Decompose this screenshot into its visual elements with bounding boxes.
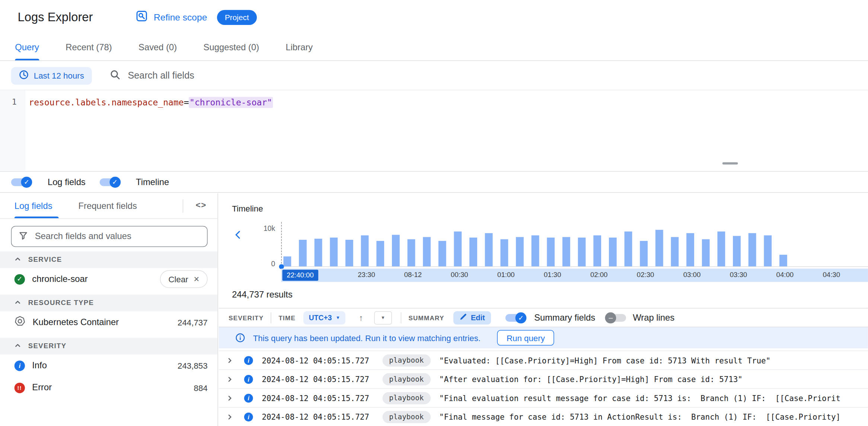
log-entry-row[interactable]: i 2024-08-12 04:05:15.727 playbook "Afte…	[218, 369, 868, 388]
selected-time-chip[interactable]: 22:40:00	[282, 270, 318, 281]
chevron-right-icon[interactable]	[226, 413, 235, 420]
log-label-chip[interactable]: playbook	[382, 392, 430, 404]
active-tab-underline	[15, 216, 59, 218]
clear-filter-button[interactable]: Clear ×	[160, 270, 208, 288]
timezone-select[interactable]: UTC+3 ▼	[303, 311, 346, 324]
close-icon: ×	[194, 274, 200, 284]
time-column-header: TIME	[278, 314, 296, 321]
timeline-bar[interactable]	[764, 235, 772, 266]
chevron-right-icon[interactable]	[226, 376, 235, 382]
timeline-bar[interactable]	[485, 233, 493, 266]
timeline-chart[interactable]	[281, 228, 868, 267]
sidebar-search-input[interactable]	[35, 232, 201, 242]
timeline-bar[interactable]	[532, 235, 539, 266]
tab-query[interactable]: Query	[15, 34, 39, 60]
timeline-bar[interactable]	[423, 237, 431, 267]
timeline-bar[interactable]	[779, 255, 787, 266]
list-item-label: Kubernetes Container	[33, 317, 119, 327]
timeline-bar[interactable]	[361, 235, 369, 266]
tab-suggested[interactable]: Suggested (0)	[204, 34, 259, 60]
collapse-panel-icon[interactable]: <>	[196, 200, 207, 209]
timeline-bar[interactable]	[733, 236, 741, 267]
timeline-bar[interactable]	[609, 238, 617, 266]
sidebar-tab-frequent-fields[interactable]: Frequent fields	[78, 201, 137, 211]
timeline-bar[interactable]	[702, 239, 710, 266]
list-item-info[interactable]: i Info 243,853	[0, 355, 217, 376]
chevron-left-icon[interactable]	[233, 230, 243, 242]
timeline-bar[interactable]	[625, 232, 632, 267]
timeline-bar[interactable]	[345, 240, 353, 266]
check-circle-icon: ✓	[15, 274, 25, 284]
wrap-lines-toggle[interactable]: –	[605, 312, 626, 323]
tab-library[interactable]: Library	[285, 34, 313, 60]
timeline-bar[interactable]	[640, 241, 648, 266]
timeline-bar[interactable]	[671, 237, 679, 267]
time-range-button[interactable]: Last 12 hours	[11, 67, 92, 85]
timeline-toggle[interactable]: ✓	[99, 177, 121, 188]
timeline-bar[interactable]	[749, 233, 756, 266]
timeline-bar[interactable]	[562, 237, 570, 267]
log-entry-row[interactable]: i 2024-08-12 04:05:15.727 playbook "Fina…	[218, 407, 868, 426]
timeline-bar[interactable]	[330, 238, 338, 266]
timeline-axis[interactable]: 22:40:00 23:30 08-12 00:30 01:00 01:30 0…	[281, 268, 868, 282]
query-expression[interactable]: resource.labels.namespace_name="chronicl…	[29, 98, 272, 108]
timeline-bar[interactable]	[408, 239, 415, 266]
chevron-right-icon[interactable]	[226, 357, 235, 364]
timeline-bar[interactable]	[392, 235, 400, 267]
sidebar-search-box[interactable]	[11, 226, 208, 247]
timeline-bar[interactable]	[299, 240, 307, 266]
section-header-severity[interactable]: SEVERITY	[0, 338, 217, 355]
y-axis-min-label: 0	[251, 260, 275, 268]
run-query-button[interactable]: Run query	[497, 330, 555, 346]
refine-scope-button[interactable]: Refine scope	[135, 9, 207, 25]
timeline-bar[interactable]	[454, 232, 462, 267]
axis-tick-label: 23:30	[358, 271, 375, 279]
editor-resize-handle[interactable]	[722, 162, 738, 165]
tab-saved[interactable]: Saved (0)	[138, 34, 177, 60]
log-entry-row[interactable]: i 2024-08-12 04:05:15.727 playbook "Fina…	[218, 388, 868, 407]
timeline-bar[interactable]	[315, 239, 322, 266]
info-icon: i	[244, 394, 253, 403]
log-entry-row[interactable]: i 2024-08-12 04:05:15.727 playbook "Eval…	[218, 350, 868, 369]
timeline-bar[interactable]	[717, 232, 725, 267]
timeline-bar[interactable]	[578, 238, 586, 266]
timeline-bar[interactable]	[438, 241, 446, 266]
sidebar-tab-log-fields[interactable]: Log fields	[15, 201, 52, 211]
timeline-bar[interactable]	[655, 230, 663, 266]
edit-summary-button[interactable]: Edit	[453, 311, 491, 324]
list-item-chronicle-soar[interactable]: ✓ chronicle-soar Clear ×	[0, 268, 217, 290]
timeline-bar[interactable]	[469, 238, 477, 266]
section-header-resource-type[interactable]: RESOURCE TYPE	[0, 295, 217, 311]
search-all-fields-input[interactable]	[128, 70, 868, 81]
list-item-kubernetes-container[interactable]: Kubernetes Container 244,737	[0, 311, 217, 333]
timeline-bar[interactable]	[593, 235, 601, 266]
section-title: SEVERITY	[28, 342, 67, 350]
log-fields-toggle[interactable]: ✓	[11, 177, 32, 188]
timeline-bar[interactable]	[516, 237, 524, 267]
timeline-bar[interactable]	[686, 233, 694, 266]
query-editor[interactable]: 1 resource.labels.namespace_name="chroni…	[0, 90, 868, 172]
time-jump-dropdown[interactable]: ▼	[374, 311, 392, 324]
timeline-bar[interactable]	[500, 239, 508, 266]
results-panel: Timeline 10k 0 22:40:00 23:30 08-12 00:3…	[218, 193, 868, 426]
results-count: 244,737 results	[232, 290, 293, 300]
list-item-error[interactable]: !! Error 884	[0, 376, 217, 398]
timeline-bar[interactable]	[283, 257, 291, 267]
log-label-chip[interactable]: playbook	[382, 411, 430, 423]
log-label-chip[interactable]: playbook	[382, 373, 430, 385]
tab-recent[interactable]: Recent (78)	[66, 34, 112, 60]
clock-icon	[19, 70, 29, 81]
sort-ascending-icon[interactable]: ↑	[359, 313, 363, 322]
project-scope-badge[interactable]: Project	[217, 10, 256, 25]
item-count: 243,853	[178, 361, 208, 370]
log-message: "After evaluation for: [[Case.Priority]=…	[439, 375, 743, 384]
chevron-right-icon[interactable]	[226, 395, 235, 401]
info-outline-icon	[235, 333, 245, 343]
log-label-chip[interactable]: playbook	[382, 354, 430, 366]
timeline-bar[interactable]	[376, 241, 384, 266]
chevron-up-icon	[15, 342, 21, 350]
section-header-service[interactable]: SERVICE	[0, 251, 217, 268]
timeline-bar[interactable]	[547, 238, 555, 266]
summary-fields-toggle[interactable]: ✓	[505, 312, 527, 323]
info-icon: i	[244, 375, 253, 384]
